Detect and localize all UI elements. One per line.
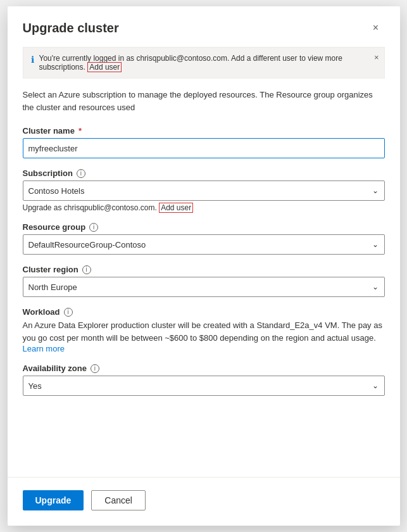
availability-zone-select-wrapper: Yes ⌄ xyxy=(23,376,385,396)
cluster-region-group: Cluster region i North Europe ⌄ xyxy=(23,265,385,297)
cluster-region-select-wrapper: North Europe ⌄ xyxy=(23,277,385,297)
subscription-note: Upgrade as chrisqpublic@contoso.com. Add… xyxy=(23,203,385,212)
info-icon: ℹ xyxy=(31,54,34,65)
banner-text: You're currently logged in as chrisqpubl… xyxy=(39,54,361,72)
workload-description: An Azure Data Explorer production cluste… xyxy=(23,319,385,344)
dialog-close-button[interactable]: × xyxy=(367,19,385,37)
subscription-label: Subscription i xyxy=(23,168,385,178)
workload-group: Workload i An Azure Data Explorer produc… xyxy=(23,307,385,353)
info-banner: ℹ You're currently logged in as chrisqpu… xyxy=(23,47,385,79)
banner-add-user-link[interactable]: Add user xyxy=(87,62,122,72)
cancel-button[interactable]: Cancel xyxy=(91,490,146,510)
subscription-add-user-link[interactable]: Add user xyxy=(159,203,193,213)
upgrade-button[interactable]: Upgrade xyxy=(23,490,84,510)
availability-zone-info-icon: i xyxy=(91,364,99,373)
workload-learn-more-link[interactable]: Learn more xyxy=(23,344,65,353)
availability-zone-select[interactable]: Yes xyxy=(23,376,385,396)
dialog-header: Upgrade cluster × xyxy=(8,6,400,47)
availability-zone-label: Availability zone i xyxy=(23,364,385,373)
cluster-region-info-icon: i xyxy=(82,265,91,274)
required-indicator: * xyxy=(78,126,82,136)
resource-group-select[interactable]: DefaultResourceGroup-Contoso xyxy=(23,234,385,255)
banner-close-button[interactable]: × xyxy=(374,53,379,62)
dialog-body: Select an Azure subscription to manage t… xyxy=(8,89,400,467)
form-description: Select an Azure subscription to manage t… xyxy=(23,89,385,113)
cluster-name-input[interactable] xyxy=(23,138,385,158)
subscription-info-icon: i xyxy=(77,169,85,178)
availability-zone-group: Availability zone i Yes ⌄ xyxy=(23,364,385,396)
cluster-name-group: Cluster name * xyxy=(23,126,385,158)
subscription-select[interactable]: Contoso Hotels xyxy=(23,180,385,201)
resource-group-label: Resource group i xyxy=(23,222,385,232)
subscription-group: Subscription i Contoso Hotels ⌄ Upgrade … xyxy=(23,168,385,212)
dialog-footer: Upgrade Cancel xyxy=(8,477,400,526)
upgrade-cluster-dialog: Upgrade cluster × ℹ You're currently log… xyxy=(8,6,400,526)
workload-info-icon: i xyxy=(64,308,73,317)
resource-group-group: Resource group i DefaultResourceGroup-Co… xyxy=(23,222,385,255)
subscription-select-wrapper: Contoso Hotels ⌄ xyxy=(23,180,385,201)
dialog-title: Upgrade cluster xyxy=(23,21,119,35)
workload-label: Workload i xyxy=(23,307,385,317)
resource-group-info-icon: i xyxy=(89,223,98,232)
cluster-region-select[interactable]: North Europe xyxy=(23,277,385,297)
cluster-name-label: Cluster name * xyxy=(23,126,385,136)
cluster-region-label: Cluster region i xyxy=(23,265,385,274)
resource-group-select-wrapper: DefaultResourceGroup-Contoso ⌄ xyxy=(23,234,385,255)
